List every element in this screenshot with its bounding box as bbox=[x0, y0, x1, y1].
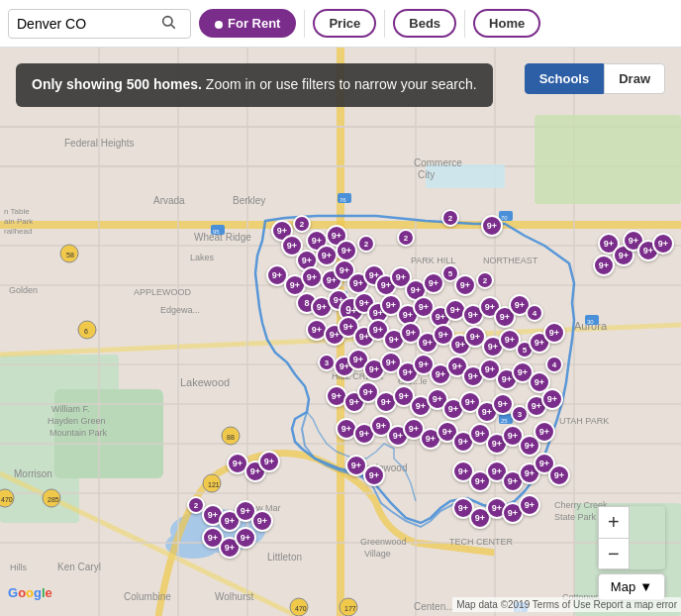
svg-text:25: 25 bbox=[501, 418, 508, 424]
map-pin[interactable]: 9+ bbox=[652, 233, 674, 255]
notification-banner: Only showing 500 homes. Zoom in or use f… bbox=[16, 63, 493, 107]
map-controls: Schools Draw bbox=[525, 63, 665, 94]
search-input[interactable] bbox=[17, 16, 160, 32]
map-pin[interactable]: 9+ bbox=[541, 388, 563, 410]
map-pin[interactable]: 2 bbox=[441, 209, 459, 227]
map-type-label: Map bbox=[611, 579, 635, 594]
svg-text:76: 76 bbox=[340, 197, 346, 203]
svg-text:Morrison: Morrison bbox=[14, 468, 52, 479]
svg-text:177: 177 bbox=[344, 605, 356, 612]
map-pin[interactable]: 2 bbox=[397, 229, 415, 247]
svg-text:470: 470 bbox=[295, 605, 307, 612]
svg-text:UTAH PARK: UTAH PARK bbox=[559, 416, 609, 426]
svg-text:City: City bbox=[418, 169, 435, 180]
for-rent-filter[interactable]: For Rent bbox=[199, 9, 296, 38]
notification-bold: Only showing 500 homes. bbox=[32, 76, 202, 92]
home-filter[interactable]: Home bbox=[473, 9, 540, 38]
svg-text:Arvada: Arvada bbox=[153, 195, 185, 206]
svg-text:Mountain Park: Mountain Park bbox=[49, 428, 108, 438]
schools-button[interactable]: Schools bbox=[525, 63, 605, 94]
draw-button[interactable]: Draw bbox=[604, 63, 665, 94]
svg-text:Golden: Golden bbox=[9, 285, 38, 295]
zoom-in-button[interactable]: + bbox=[598, 506, 630, 538]
map-pin[interactable]: 9+ bbox=[258, 451, 280, 472]
map-pin[interactable]: 9+ bbox=[316, 245, 338, 266]
map-pin[interactable]: 4 bbox=[526, 304, 543, 322]
svg-text:6: 6 bbox=[84, 328, 88, 335]
map-container[interactable]: Federal Heights Arvada Commerce City Ber… bbox=[0, 48, 681, 616]
map-pin[interactable]: 9+ bbox=[543, 322, 565, 344]
zoom-out-button[interactable]: − bbox=[598, 538, 630, 569]
separator bbox=[304, 10, 305, 38]
separator bbox=[384, 10, 385, 38]
svg-text:n Table: n Table bbox=[4, 207, 30, 216]
map-pin[interactable]: 9+ bbox=[454, 274, 476, 296]
map-pin[interactable]: 9+ bbox=[336, 240, 357, 261]
map-pin[interactable]: 9+ bbox=[301, 266, 323, 288]
separator bbox=[464, 10, 465, 38]
map-pin[interactable]: 9+ bbox=[593, 255, 615, 276]
map-bottom-controls: + − Map ▼ bbox=[598, 506, 665, 600]
svg-text:Berkley: Berkley bbox=[233, 195, 265, 206]
map-pin[interactable]: 2 bbox=[357, 235, 375, 253]
map-type-button[interactable]: Map ▼ bbox=[598, 573, 665, 600]
svg-text:Village: Village bbox=[364, 549, 391, 559]
search-icon[interactable] bbox=[160, 14, 176, 34]
svg-text:William F.: William F. bbox=[51, 404, 90, 414]
price-filter[interactable]: Price bbox=[313, 9, 376, 38]
map-pin[interactable]: 2 bbox=[293, 215, 311, 233]
map-pin[interactable]: 9+ bbox=[519, 494, 540, 516]
beds-filter[interactable]: Beds bbox=[393, 9, 456, 38]
svg-text:95: 95 bbox=[213, 229, 220, 235]
svg-text:Columbine: Columbine bbox=[124, 591, 171, 602]
svg-text:ain Park: ain Park bbox=[4, 217, 34, 226]
map-pin[interactable]: 9+ bbox=[548, 464, 570, 486]
svg-text:NORTHEAST: NORTHEAST bbox=[483, 256, 538, 265]
map-pin[interactable]: 2 bbox=[476, 271, 494, 289]
svg-text:Lakewood: Lakewood bbox=[180, 376, 230, 388]
svg-text:Hills: Hills bbox=[10, 563, 27, 572]
svg-rect-27 bbox=[535, 115, 681, 204]
svg-text:Centen...: Centen... bbox=[414, 601, 454, 612]
svg-text:Wolhurst: Wolhurst bbox=[215, 591, 253, 602]
svg-text:88: 88 bbox=[227, 434, 235, 441]
map-pin[interactable]: 9+ bbox=[235, 527, 256, 549]
chevron-down-icon: ▼ bbox=[639, 579, 652, 594]
svg-text:30: 30 bbox=[587, 319, 594, 325]
svg-text:APPLEWOOD: APPLEWOOD bbox=[134, 287, 192, 297]
zoom-controls: + − bbox=[598, 506, 665, 569]
header: For Rent Price Beds Home bbox=[0, 0, 681, 48]
svg-text:70: 70 bbox=[501, 215, 508, 221]
svg-text:Federal Heights: Federal Heights bbox=[64, 138, 135, 149]
svg-point-0 bbox=[163, 16, 172, 25]
svg-text:285: 285 bbox=[48, 496, 59, 503]
svg-text:470: 470 bbox=[1, 496, 13, 503]
map-pin[interactable]: 9+ bbox=[534, 421, 555, 443]
notification-text: Zoom in or use filters to narrow your se… bbox=[202, 76, 477, 92]
google-logo: Google bbox=[8, 585, 52, 600]
svg-text:121: 121 bbox=[208, 481, 220, 488]
map-pin[interactable]: 4 bbox=[545, 356, 563, 373]
map-pin[interactable]: 9+ bbox=[363, 464, 385, 486]
svg-text:Hayden Green: Hayden Green bbox=[48, 416, 106, 426]
svg-text:TECH CENTER: TECH CENTER bbox=[449, 537, 514, 547]
svg-text:Commerce: Commerce bbox=[414, 157, 462, 168]
svg-text:State Park: State Park bbox=[554, 512, 597, 522]
map-pin[interactable]: 9+ bbox=[481, 215, 503, 237]
svg-text:Greenwood: Greenwood bbox=[360, 537, 407, 547]
search-box bbox=[8, 9, 191, 39]
svg-text:Lakes: Lakes bbox=[190, 253, 215, 262]
map-attribution: Map data ©2019 Terms of Use Report a map… bbox=[452, 597, 681, 612]
svg-text:Littleton: Littleton bbox=[267, 552, 302, 563]
svg-text:railhead: railhead bbox=[4, 227, 32, 236]
svg-text:Ken Caryl: Ken Caryl bbox=[57, 562, 101, 572]
svg-line-1 bbox=[171, 25, 175, 29]
map-pin[interactable]: 9+ bbox=[251, 510, 273, 532]
svg-text:58: 58 bbox=[66, 252, 74, 258]
svg-text:Edgewa...: Edgewa... bbox=[160, 305, 200, 315]
